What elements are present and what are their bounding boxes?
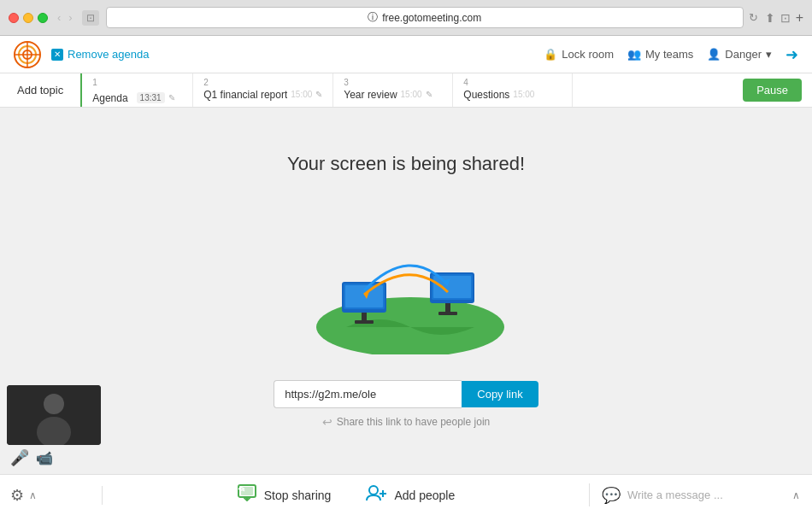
svg-rect-15 [433,276,471,298]
screen-sharing-illustration [278,201,534,354]
agenda-items: 1 Agenda 13:31 ✎ 2 Q1 financial report 1… [82,73,733,107]
maximize-button[interactable] [38,13,48,23]
message-icon: 💬 [602,486,621,505]
time-2: 15:00 [291,90,312,99]
microphone-button[interactable]: 🎤 [10,448,29,467]
user-menu-button[interactable]: 👤 Danger ▾ [707,48,772,61]
agenda-item-title-3: Year review [344,89,397,101]
new-tab-button[interactable]: + [796,10,803,26]
agenda-item-num-3: 3 [344,78,349,87]
stop-sharing-icon [237,484,257,506]
browser-actions: ⬆ ⊡ + [765,10,803,26]
agenda-item-title-1: Agenda [92,92,127,104]
video-thumbnail [7,385,101,445]
close-button[interactable] [9,13,19,23]
svg-rect-11 [445,301,450,313]
agenda-item-1[interactable]: 1 Agenda 13:31 ✎ [82,73,193,107]
share-hint-icon: ↩ [322,415,332,429]
forward-button[interactable]: › [66,11,74,24]
video-panel: 🎤 📹 [0,378,108,474]
remove-agenda-button[interactable]: ✕ Remove agenda [51,48,149,61]
svg-rect-7 [355,320,374,324]
svg-point-19 [44,394,64,414]
add-people-icon [365,483,387,506]
share-link-input[interactable] [274,380,462,408]
bottom-right: 💬 Write a message ... ∧ [590,486,812,505]
agenda-item-num-1: 1 [92,78,97,87]
agenda-bar: Add topic 1 Agenda 13:31 ✎ 2 Q1 financia… [0,73,812,108]
message-placeholder[interactable]: Write a message ... [627,489,786,501]
bottom-center: Stop sharing Add people [103,483,590,506]
time-4: 15:00 [513,90,534,99]
lock-room-button[interactable]: 🔒 Lock room [544,48,614,61]
lock-icon: 🔒 [544,48,557,61]
message-chevron-button[interactable]: ∧ [792,489,800,501]
browser-window-button[interactable]: ⊡ [82,10,99,26]
share-browser-button[interactable]: ⬆ [765,11,775,25]
agenda-item-num-4: 4 [463,78,468,87]
agenda-item-4[interactable]: 4 Questions 15:00 [453,73,573,107]
info-icon: ⓘ [368,10,378,25]
agenda-item-3[interactable]: 3 Year review 15:00 ✎ [333,73,453,107]
browser-chrome: ‹ › ⊡ ⓘ free.gotomeeting.com ↻ ⬆ ⊡ + [0,0,812,36]
minimize-button[interactable] [23,13,33,23]
add-bookmark-button[interactable]: ⊡ [780,11,791,25]
teams-icon: 👥 [627,48,641,61]
app: ✕ Remove agenda 🔒 Lock room 👥 My teams 👤… [0,36,812,515]
agenda-item-num-2: 2 [203,78,209,87]
svg-point-24 [369,486,378,495]
add-people-button[interactable]: Add people [365,483,455,506]
edit-icon-2: ✎ [315,90,322,99]
remove-agenda-label: Remove agenda [68,48,149,61]
exit-button[interactable]: ➜ [786,45,798,64]
pause-button[interactable]: Pause [743,79,802,102]
copy-link-button[interactable]: Copy link [462,381,538,407]
address-bar[interactable]: ⓘ free.gotomeeting.com [106,7,744,28]
agenda-item-title-2: Q1 financial report [203,89,287,101]
settings-button[interactable]: ⚙ [10,486,24,505]
agenda-item-title-4: Questions [463,89,509,101]
app-logo [14,41,41,68]
topbar-right: 🔒 Lock room 👥 My teams 👤 Danger ▾ ➜ [544,45,798,64]
chevron-down-icon: ▾ [766,48,772,61]
settings-chevron-button[interactable]: ∧ [29,489,37,501]
stop-sharing-label: Stop sharing [264,489,332,502]
topbar: ✕ Remove agenda 🔒 Lock room 👥 My teams 👤… [0,36,812,73]
edit-icon-1: ✎ [168,93,175,102]
my-teams-button[interactable]: 👥 My teams [627,48,693,61]
reload-button[interactable]: ↻ [749,11,758,24]
share-hint: ↩ Share this link to have people join [322,415,490,429]
remove-icon: ✕ [51,49,63,61]
traffic-lights [9,13,48,23]
video-controls: 🎤 📹 [7,448,53,467]
add-people-label: Add people [394,489,455,502]
agenda-item-timer-1: 13:31 [137,92,165,103]
agenda-item-2[interactable]: 2 Q1 financial report 15:00 ✎ [193,73,333,107]
back-button[interactable]: ‹ [55,11,63,24]
bottom-bar: ⚙ ∧ Stop sharing [0,474,812,515]
edit-icon-3: ✎ [426,90,432,99]
share-link-section: Copy link ↩ Share this link to have peop… [274,380,538,429]
add-topic-button[interactable]: Add topic [0,73,82,107]
screen-sharing-message: Your screen is being shared! [287,153,525,175]
time-3: 15:00 [401,90,422,99]
stop-sharing-button[interactable]: Stop sharing [237,484,332,506]
url-text: free.gotomeeting.com [382,12,481,24]
bottom-left: ⚙ ∧ [0,486,103,505]
main-content: Your screen is being shared! [0,108,812,474]
user-icon: 👤 [707,48,721,61]
camera-button[interactable]: 📹 [36,448,53,467]
svg-rect-12 [438,312,457,315]
